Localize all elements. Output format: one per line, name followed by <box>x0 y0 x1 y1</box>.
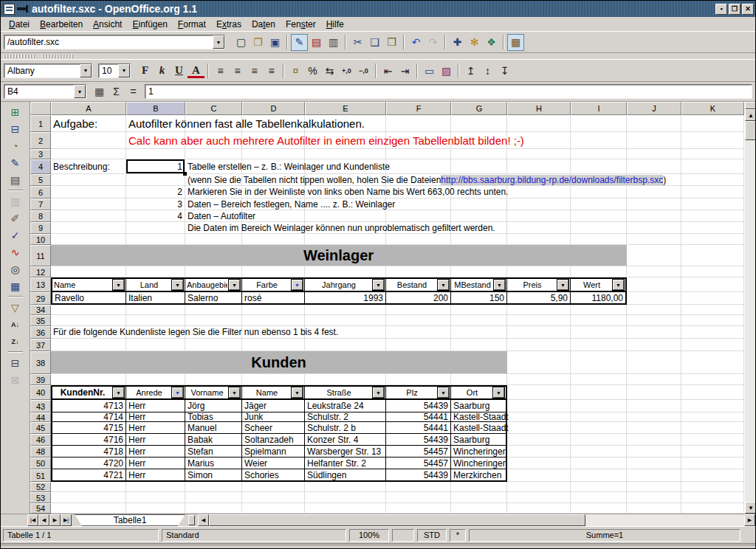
underline-button[interactable]: U <box>171 62 188 79</box>
cell-A8[interactable] <box>51 210 126 222</box>
scroll-right-icon[interactable]: ▶ <box>744 514 755 526</box>
cell-D37[interactable] <box>242 339 305 351</box>
edit-file-icon[interactable]: ✎ <box>291 34 308 51</box>
column-header-B[interactable]: B <box>126 102 185 115</box>
name-box-dropdown-icon[interactable]: ▼ <box>74 85 86 98</box>
cell-C5[interactable]: (wenn Sie die Tabellen nicht tippen woll… <box>185 174 744 186</box>
cell-J39[interactable] <box>627 374 681 385</box>
save-icon[interactable]: ▣ <box>267 34 284 51</box>
cell-C50[interactable]: Marius <box>185 458 242 469</box>
cell-K29[interactable] <box>681 292 744 305</box>
vertical-scrollbar[interactable]: ▲ ▼ <box>744 102 756 514</box>
autofilter-dropdown-icon-jahrgang[interactable]: ▼ <box>373 280 384 290</box>
cell-A45[interactable]: 4715 <box>51 422 126 434</box>
name-box[interactable]: B4 ▼ <box>4 84 86 99</box>
cell-E37[interactable] <box>305 339 386 351</box>
align-bottom-button[interactable]: ↧ <box>496 62 513 79</box>
cell-G29[interactable]: 150 <box>451 292 507 305</box>
cell-F35[interactable] <box>386 315 451 326</box>
cell-J53[interactable] <box>627 492 681 503</box>
align-center-button[interactable]: ≡ <box>229 62 246 79</box>
insert-icon[interactable]: ⊞ <box>6 103 25 120</box>
font-size-dropdown-icon[interactable]: ▼ <box>118 64 130 77</box>
data-sources-icon[interactable]: ▦ <box>6 277 25 294</box>
next-sheet-button[interactable]: ▶ <box>49 514 61 526</box>
font-name-combobox[interactable]: Albany ▼ <box>4 63 92 78</box>
cell-I44[interactable] <box>571 412 627 422</box>
cell-F40[interactable]: Plz▼ <box>386 385 451 400</box>
cell-I35[interactable] <box>571 315 627 326</box>
cell-B48[interactable]: Herr <box>126 446 185 458</box>
cell-A3[interactable] <box>51 149 126 159</box>
cell-B2[interactable]: Calc kann aber auch mehrere Autofilter i… <box>126 132 744 149</box>
cell-F3[interactable] <box>386 149 451 159</box>
open-icon[interactable]: ❐ <box>250 34 267 51</box>
vertical-scroll-thumb[interactable] <box>745 121 756 140</box>
formula-input[interactable]: 1 <box>145 84 752 99</box>
cell-I10[interactable] <box>571 234 627 245</box>
cell-D52[interactable] <box>242 482 305 492</box>
print-icon[interactable]: ▥ <box>325 34 342 51</box>
row-header-48[interactable]: 48 <box>30 446 51 458</box>
cell-I52[interactable] <box>571 482 627 492</box>
percent-button[interactable]: % <box>304 62 321 79</box>
align-top-button[interactable]: ↥ <box>462 62 479 79</box>
cell-G35[interactable] <box>451 315 507 326</box>
cell-H39[interactable] <box>507 374 571 385</box>
prev-sheet-button[interactable]: ◀ <box>38 514 49 526</box>
add-decimal-button[interactable]: +,0 <box>338 62 355 79</box>
gallery-icon[interactable]: ▩ <box>507 34 524 51</box>
cell-D35[interactable] <box>242 315 305 326</box>
cell-D10[interactable] <box>242 234 305 245</box>
align-left-button[interactable]: ≡ <box>212 62 229 79</box>
cell-I13[interactable]: Wert▼ <box>571 277 627 292</box>
cell-C29[interactable]: Salerno <box>185 292 242 305</box>
cell-B7[interactable]: 3 <box>126 198 185 210</box>
cell-E40[interactable]: Straße▼ <box>305 385 386 400</box>
autofilter-dropdown-icon-name[interactable]: ▼ <box>292 387 303 398</box>
cell-A4[interactable]: Beschreibung: <box>51 159 126 174</box>
menu-ansicht[interactable]: Ansicht <box>88 18 127 31</box>
cell-G40[interactable]: Ort▼ <box>451 385 507 400</box>
cell-J38[interactable] <box>627 351 681 374</box>
export-pdf-icon[interactable]: ▤ <box>308 34 325 51</box>
spellcheck-icon[interactable]: ✓ <box>6 227 25 244</box>
row-header-38[interactable]: 38 <box>30 351 51 374</box>
cell-C34[interactable] <box>185 305 242 315</box>
align-justify-button[interactable]: ≡ <box>263 62 280 79</box>
cell-A1[interactable]: Aufgabe: <box>51 115 126 132</box>
row-header-36[interactable]: 36 <box>30 326 51 339</box>
cell-K50[interactable] <box>681 458 744 469</box>
scroll-up-icon[interactable]: ▲ <box>745 109 756 121</box>
row-header-43[interactable]: 43 <box>30 400 51 412</box>
cell-K53[interactable] <box>681 492 744 503</box>
row-header-9[interactable]: 9 <box>30 222 51 234</box>
row-header-46[interactable]: 46 <box>30 434 51 446</box>
menu-fenster[interactable]: Fenster <box>281 18 321 31</box>
cell-A53[interactable] <box>51 492 126 503</box>
cell-J50[interactable] <box>627 458 681 469</box>
cell-C13[interactable]: Anbaugebiet▼ <box>185 277 242 292</box>
find-replace-icon[interactable]: ◎ <box>6 260 25 277</box>
cell-K34[interactable] <box>681 305 744 315</box>
cell-G3[interactable] <box>451 149 507 159</box>
cell-E13[interactable]: Jahrgang▼ <box>305 277 386 292</box>
cell-J43[interactable] <box>627 400 681 412</box>
cell-H35[interactable] <box>507 315 571 326</box>
cell-A51[interactable]: 4721 <box>51 469 126 482</box>
cell-F12[interactable] <box>386 266 451 277</box>
cell-I54[interactable] <box>571 503 627 514</box>
toolbar-grip[interactable] <box>4 55 35 58</box>
column-header-I[interactable]: I <box>571 102 627 115</box>
vertical-split-handle[interactable] <box>745 102 756 109</box>
cell-F43[interactable]: 54439 <box>386 400 451 412</box>
cell-G12[interactable] <box>451 266 507 277</box>
row-header-7[interactable]: 7 <box>30 198 51 210</box>
cell-B43[interactable]: Herr <box>126 400 185 412</box>
italic-button[interactable]: k <box>154 62 171 79</box>
cell-I53[interactable] <box>571 492 627 503</box>
selection-handle[interactable] <box>183 172 187 176</box>
cell-E44[interactable]: Schulstr. 2 <box>305 412 386 422</box>
font-color-button[interactable]: A <box>188 64 205 78</box>
decrease-indent-button[interactable]: ⇤ <box>379 62 396 79</box>
